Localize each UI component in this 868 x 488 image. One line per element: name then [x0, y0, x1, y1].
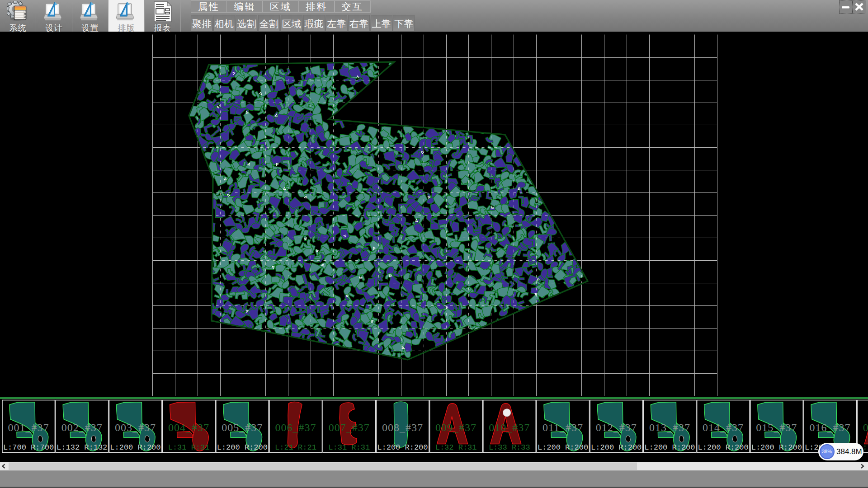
svg-text:L:200 R:200: L:200 R:200: [538, 443, 588, 452]
svg-text:009_#37: 009_#37: [435, 422, 476, 433]
svg-text:014_#37: 014_#37: [703, 422, 744, 433]
svg-text:005_#37: 005_#37: [222, 422, 263, 433]
svg-text:L:200 R:200: L:200 R:200: [110, 443, 160, 452]
svg-text:L:200 R:200: L:200 R:200: [377, 443, 428, 452]
svg-text:L:32 R:31: L:32 R:31: [435, 443, 477, 452]
svg-text:L:200 R:200: L:200 R:200: [644, 443, 695, 452]
svg-text:011_#37: 011_#37: [542, 422, 583, 433]
svg-text:008_#37: 008_#37: [382, 422, 423, 433]
svg-text:012_#37: 012_#37: [596, 422, 637, 433]
svg-text:002_#37: 002_#37: [61, 422, 103, 433]
svg-text:003_#37: 003_#37: [115, 422, 156, 433]
svg-text:006_#37: 006_#37: [275, 422, 316, 433]
svg-text:L:200 R:200: L:200 R:200: [591, 443, 642, 452]
svg-text:L:700 R:700: L:700 R:700: [3, 443, 54, 452]
svg-text:001_#37: 001_#37: [8, 422, 49, 433]
svg-text:L:200 R:200: L:200 R:200: [698, 443, 748, 452]
svg-text:004_#37: 004_#37: [168, 422, 209, 433]
svg-text:010_#37: 010_#37: [489, 422, 530, 433]
svg-text:017_#37: 017_#37: [863, 422, 868, 433]
svg-text:L:200 R:200: L:200 R:200: [751, 443, 802, 452]
svg-text:L:33 R:33: L:33 R:33: [489, 443, 530, 452]
svg-text:007_#37: 007_#37: [329, 422, 370, 433]
svg-text:L:132 R:132: L:132 R:132: [57, 443, 107, 452]
svg-text:L:200 R:200: L:200 R:200: [217, 443, 268, 452]
svg-text:015_#37: 015_#37: [756, 422, 797, 433]
svg-text:L:21 R:21: L:21 R:21: [275, 443, 316, 452]
svg-text:L:31 R:31: L:31 R:31: [328, 443, 370, 452]
svg-text:016_#37: 016_#37: [810, 422, 851, 433]
svg-text:L:31 R:31: L:31 R:31: [168, 443, 210, 452]
svg-text:013_#37: 013_#37: [649, 422, 690, 433]
